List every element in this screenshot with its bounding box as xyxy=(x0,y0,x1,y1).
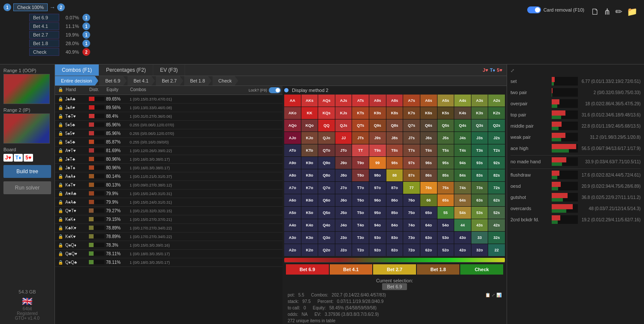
action-check[interactable]: Check xyxy=(460,264,503,275)
hand-row[interactable]: 🔒 5♠5♣ 85.87% 0.255 (0/0.16/0.09/0/0) xyxy=(55,138,283,147)
matrix-cell[interactable]: QJo xyxy=(318,132,335,144)
matrix-cell[interactable]: Q4o xyxy=(318,219,335,231)
matrix-cell[interactable]: Q3s xyxy=(471,119,488,131)
matrix-cell[interactable]: 84o xyxy=(386,219,403,231)
matrix-cell[interactable]: T5o xyxy=(352,207,369,219)
matrix-cell[interactable]: K6o xyxy=(301,194,318,206)
matrix-cell[interactable]: A9o xyxy=(284,157,301,169)
matrix-cell[interactable]: A2o xyxy=(284,244,301,256)
matrix-cell[interactable]: A4s xyxy=(454,95,471,107)
matrix-cell[interactable]: A8o xyxy=(284,169,301,181)
matrix-cell[interactable]: 52s xyxy=(488,207,505,219)
matrix-cell[interactable]: 93s xyxy=(471,157,488,169)
folder-icon[interactable]: 📁 xyxy=(627,6,638,17)
hand-row[interactable]: 🔒 A♠A♦ 80.14% 1 (0/0.11/0.21/0.31/0.37) xyxy=(55,172,283,181)
run-solver-button[interactable]: Run solver xyxy=(3,181,51,194)
matrix-cell[interactable]: 74s xyxy=(454,182,471,194)
matrix-cell[interactable]: A6o xyxy=(284,194,301,206)
matrix-cell[interactable]: K8s xyxy=(386,107,403,119)
matrix-cell[interactable]: 55 xyxy=(437,207,454,219)
matrix-cell[interactable]: 65o xyxy=(420,207,437,219)
edit-icon[interactable]: ✏ xyxy=(615,6,623,17)
matrix-cell[interactable]: 53o xyxy=(437,232,454,244)
matrix-grid[interactable]: AAAKsAQsAJsATsA9sA8sA7sA6sA5sA4sA3sA2sAK… xyxy=(284,95,505,256)
matrix-cell[interactable]: J8o xyxy=(335,169,352,181)
matrix-cell[interactable]: 72o xyxy=(403,244,420,256)
tab-ev[interactable]: EV (F3) xyxy=(153,64,185,76)
matrix-cell[interactable]: 32o xyxy=(471,244,488,256)
matrix-cell[interactable]: 32s xyxy=(488,232,505,244)
matrix-cell[interactable]: AQs xyxy=(318,95,335,107)
range1-grid[interactable] xyxy=(3,74,50,104)
matrix-cell[interactable]: 83o xyxy=(386,232,403,244)
matrix-cell[interactable]: JJ xyxy=(335,132,352,144)
matrix-cell[interactable]: Q3o xyxy=(318,232,335,244)
matrix-cell[interactable]: 33 xyxy=(471,232,488,244)
matrix-cell[interactable]: 95o xyxy=(369,207,386,219)
matrix-cell[interactable]: 72s xyxy=(488,182,505,194)
matrix-cell[interactable]: 97o xyxy=(369,182,386,194)
matrix-cell[interactable]: J5s xyxy=(437,132,454,144)
matrix-cell[interactable]: K4o xyxy=(301,219,318,231)
matrix-cell[interactable]: JTo xyxy=(335,144,352,156)
decision-row-1[interactable]: Bet 4.1 11.1% 1 xyxy=(29,22,477,30)
dtab-check[interactable]: Check xyxy=(213,76,238,86)
matrix-cell[interactable]: KTo xyxy=(301,144,318,156)
matrix-cell[interactable]: T2o xyxy=(352,244,369,256)
copy-icon[interactable]: 🗋 xyxy=(591,7,599,17)
hand-row[interactable]: 🔒 5♠5♥ 85.96% 0.255 (0/0.06/0.12/0.07/0) xyxy=(55,129,283,138)
hand-row[interactable]: 🔒 A♥T♥ 81.69% 1 (0/0.12/0.26/0.39/0.22) xyxy=(55,147,283,155)
matrix-cell[interactable]: A5s xyxy=(437,95,454,107)
matrix-cell[interactable]: K9s xyxy=(369,107,386,119)
matrix-cell[interactable]: KQo xyxy=(301,119,318,131)
matrix-cell[interactable]: J5o xyxy=(335,207,352,219)
matrix-cell[interactable]: J4s xyxy=(454,132,471,144)
hand-row[interactable]: 🔒 A♥A♣ 79.9% 1 (0/0.15/0.24/0.31/0.31) xyxy=(55,190,283,198)
matrix-cell[interactable]: 22 xyxy=(488,244,505,256)
matrix-cell[interactable]: T6o xyxy=(352,194,369,206)
matrix-cell[interactable]: 63s xyxy=(471,194,488,206)
matrix-cell[interactable]: 98s xyxy=(386,157,403,169)
matrix-cell[interactable]: A5o xyxy=(284,207,301,219)
matrix-cell[interactable]: K5s xyxy=(437,107,454,119)
matrix-cell[interactable]: Q6o xyxy=(318,194,335,206)
hand-row[interactable]: 🔒 J♠A♥ 89.56% 1 (0/0.13/0.33/0.46/0.08) xyxy=(55,104,283,112)
matrix-cell[interactable]: 84s xyxy=(454,169,471,181)
matrix-cell[interactable]: Q2o xyxy=(318,244,335,256)
matrix-cell[interactable]: J9s xyxy=(369,132,386,144)
matrix-cell[interactable]: 43o xyxy=(454,232,471,244)
action-bet27[interactable]: Bet 2.7 xyxy=(373,264,416,275)
matrix-cell[interactable]: 62s xyxy=(488,194,505,206)
matrix-cell[interactable]: A3o xyxy=(284,232,301,244)
matrix-cell[interactable]: 43s xyxy=(471,219,488,231)
matrix-cell[interactable]: K8o xyxy=(301,169,318,181)
matrix-cell[interactable]: T6s xyxy=(420,144,437,156)
hand-table[interactable]: 🔒 Hand Distr. Equity Combos Lock? (F9) 🔒… xyxy=(55,86,283,324)
hand-row[interactable]: 🔒 J♠A♣ 89.65% 1 (0/0.15/0.37/0.47/0.01) xyxy=(55,95,283,104)
matrix-cell[interactable]: A7s xyxy=(403,95,420,107)
matrix-cell[interactable]: A8s xyxy=(386,95,403,107)
matrix-cell[interactable]: K5o xyxy=(301,207,318,219)
matrix-cell[interactable]: 87s xyxy=(403,169,420,181)
matrix-cell[interactable]: 75o xyxy=(403,207,420,219)
matrix-cell[interactable]: ATs xyxy=(352,95,369,107)
chart-icon[interactable]: 📊 xyxy=(496,293,501,297)
matrix-cell[interactable]: Q7s xyxy=(403,119,420,131)
matrix-cell[interactable]: K3s xyxy=(471,107,488,119)
matrix-cell[interactable]: 95s xyxy=(437,157,454,169)
right-expand-icon[interactable]: ⤢ xyxy=(510,68,641,73)
decision-row-4[interactable]: Check 40.9% 2 xyxy=(29,48,477,56)
matrix-cell[interactable]: 42o xyxy=(454,244,471,256)
matrix-cell[interactable]: K4s xyxy=(454,107,471,119)
matrix-cell[interactable]: Q9o xyxy=(318,157,335,169)
matrix-cell[interactable]: 74o xyxy=(403,219,420,231)
hand-row[interactable]: 🔒 T♣T♥ 88.4% 1 (0/0.31/0.27/0.36/0.06) xyxy=(55,112,283,121)
matrix-cell[interactable]: A3s xyxy=(471,95,488,107)
matrix-cell[interactable]: 94o xyxy=(369,219,386,231)
matrix-cell[interactable]: KJo xyxy=(301,132,318,144)
radio-display[interactable] xyxy=(284,88,289,92)
card-removal-control[interactable]: Card removal (F10) xyxy=(527,6,584,13)
matrix-cell[interactable]: J2s xyxy=(488,132,505,144)
matrix-cell[interactable]: J2o xyxy=(335,244,352,256)
matrix-cell[interactable]: AA xyxy=(284,95,301,107)
